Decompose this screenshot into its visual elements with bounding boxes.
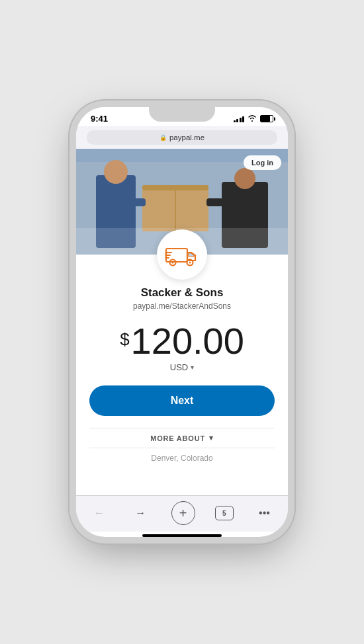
wifi-icon	[248, 114, 257, 123]
avatar	[157, 229, 207, 280]
browser-bar: 🔒 paypal.me	[76, 126, 288, 149]
amount-section: $ 120.00 USD ▾	[76, 315, 288, 375]
merchant-info: Stacker & Sons paypal.me/StackerAndSons	[76, 280, 288, 315]
svg-point-16	[189, 262, 191, 264]
svg-point-3	[104, 160, 128, 184]
forward-icon: →	[135, 507, 146, 519]
back-icon: ←	[94, 507, 105, 519]
svg-rect-9	[129, 198, 146, 206]
currency-code: USD	[170, 362, 188, 372]
svg-rect-10	[206, 198, 223, 206]
back-button[interactable]: ←	[89, 504, 110, 522]
signal-icon	[234, 116, 245, 122]
notch	[149, 107, 215, 122]
phone-frame: 9:41 🔒 paypal.me	[76, 107, 288, 537]
merchant-url: paypal.me/StackerAndSons	[89, 302, 275, 311]
currency-chevron-icon: ▾	[191, 364, 194, 371]
next-button[interactable]: Next	[89, 385, 275, 416]
svg-point-14	[172, 262, 174, 264]
plus-icon: +	[179, 506, 187, 521]
home-indicator	[142, 534, 222, 537]
divider-bottom	[89, 448, 275, 448]
truck-icon	[165, 241, 199, 268]
avatar-container	[76, 229, 288, 280]
new-tab-button[interactable]: +	[171, 501, 195, 525]
battery-icon	[260, 115, 273, 122]
currency-symbol: $	[120, 329, 129, 350]
amount-value: 120.00	[131, 323, 244, 360]
currency-selector[interactable]: USD ▾	[89, 362, 275, 372]
url-bar[interactable]: 🔒 paypal.me	[87, 130, 277, 145]
more-about-label: MORE ABOUT	[150, 434, 205, 442]
partial-location: Denver, Colorado	[76, 454, 288, 467]
tabs-button[interactable]: 5	[215, 506, 234, 520]
amount-display: $ 120.00	[89, 323, 275, 360]
tabs-count: 5	[222, 510, 226, 517]
browser-nav: ← → + 5 •••	[76, 495, 288, 532]
more-about-chevron-icon: ▾	[209, 434, 214, 442]
forward-button[interactable]: →	[130, 504, 151, 522]
login-button[interactable]: Log in	[244, 155, 281, 170]
svg-point-5	[234, 168, 255, 189]
more-options-icon: •••	[259, 507, 270, 519]
url-text: paypal.me	[169, 134, 205, 141]
more-about-section: MORE ABOUT ▾	[76, 421, 288, 454]
more-options-button[interactable]: •••	[253, 504, 275, 522]
status-time: 9:41	[91, 114, 108, 124]
more-about-button[interactable]: MORE ABOUT ▾	[89, 428, 275, 448]
merchant-name: Stacker & Sons	[89, 286, 275, 300]
status-icons	[234, 114, 274, 123]
page-content: Log in	[76, 149, 288, 495]
lock-icon: 🔒	[159, 134, 167, 141]
